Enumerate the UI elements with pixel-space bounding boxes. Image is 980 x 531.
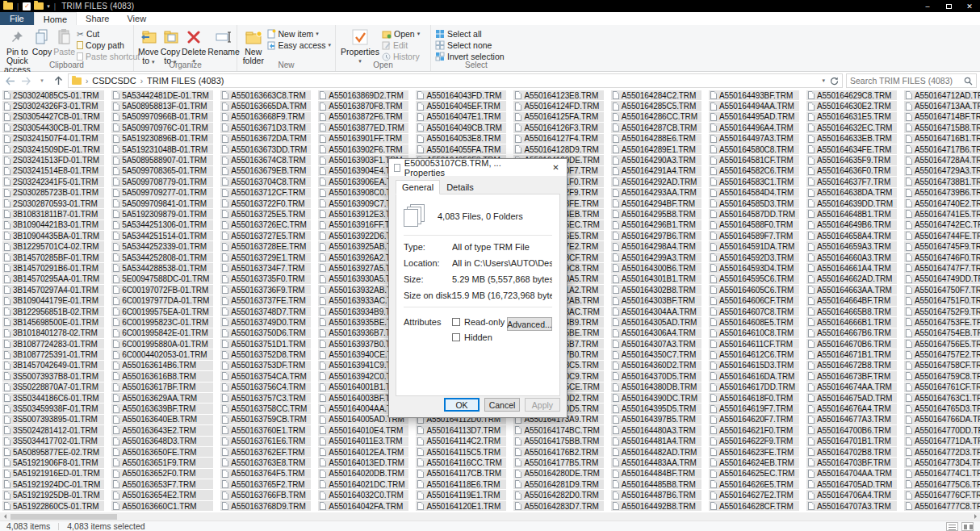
file-item[interactable]: A550164677A3.TRM — [806, 415, 897, 424]
file-item[interactable]: 2S03054430CB-01.TRM — [2, 123, 104, 132]
address-dropdown-chevron-icon[interactable]: ▾ — [822, 77, 825, 84]
file-item[interactable]: A550164752F9.TRM — [904, 307, 980, 316]
file-item[interactable]: A550164776CF.TRM — [904, 490, 980, 500]
file-item[interactable]: A550164670B6.TRM — [806, 339, 897, 349]
file-item[interactable]: A550164483AA.TRM — [611, 458, 701, 467]
file-item[interactable]: A550164624EB.TRM — [709, 458, 799, 467]
file-item[interactable]: A550163654E2.TRM — [111, 490, 213, 500]
file-item[interactable]: A550164053E8.TRM — [416, 134, 506, 144]
file-item[interactable]: A550163751D1.TRM — [220, 339, 311, 349]
file-item[interactable]: A550164615D3.TRM — [709, 361, 799, 370]
file-item[interactable]: A550164610C8.TRM — [709, 328, 799, 338]
dialog-close-icon[interactable]: ✕ — [545, 159, 567, 176]
tab-view[interactable]: View — [118, 12, 155, 25]
file-item[interactable]: A550163643E2.TRM — [111, 425, 213, 435]
select-all-button[interactable]: Select all — [435, 28, 505, 40]
file-item[interactable]: A550164712AD.TRM — [904, 90, 980, 100]
file-item[interactable]: A550164045EF.TRM — [416, 101, 506, 111]
file-item[interactable]: A550163617BF.TRM — [111, 383, 213, 392]
file-item[interactable]: A550164010E4.TRM — [318, 425, 408, 435]
file-item[interactable]: 3B1087724283-01.TRM — [2, 339, 104, 349]
file-item[interactable]: 3B14570297A4-01.TRM — [2, 285, 104, 295]
file-item[interactable]: A550164665B8.TRM — [806, 307, 897, 316]
file-item[interactable]: A550164750F7.TRM — [904, 285, 980, 295]
file-item[interactable]: A550164493BF.TRM — [709, 90, 799, 100]
file-item[interactable]: A550164397B5.TRM — [611, 415, 701, 424]
open-button[interactable]: Open ▾ — [382, 28, 420, 40]
file-item[interactable]: A550164660A3.TRM — [806, 253, 897, 262]
file-item[interactable]: A550163679EB.TRM — [220, 166, 311, 176]
file-item[interactable]: A550164370D5.TRM — [611, 371, 701, 381]
file-item[interactable]: 3S50228870A7-01.TRM — [2, 383, 104, 392]
file-item[interactable]: A550164291A4.TRM — [611, 166, 701, 176]
maximize-button[interactable] — [938, 0, 959, 12]
file-item[interactable]: A550164494AA.TRM — [709, 101, 799, 111]
file-item[interactable]: A550164777C8.TRM — [904, 501, 980, 511]
file-item[interactable]: A550164753FE.TRM — [904, 317, 980, 327]
file-item[interactable]: 3S503459938F-01.TRM — [2, 403, 104, 413]
file-item[interactable]: 3S5007393895-01.TRM — [2, 415, 104, 424]
file-item[interactable]: A550164302B8.TRM — [611, 285, 701, 295]
file-item[interactable]: A550164728A4.TRM — [904, 155, 980, 165]
file-item[interactable]: A550164703BF.TRM — [806, 458, 897, 467]
file-item[interactable]: A550164584D4.TRM — [709, 188, 799, 198]
file-item[interactable]: 5A50895877EE-02.TRM — [2, 447, 104, 457]
file-item[interactable]: A550164484BF.TRM — [611, 469, 701, 479]
file-item[interactable]: A550163672DA.TRM — [220, 134, 311, 144]
file-item[interactable]: 2S03241509DE-01.TRM — [2, 144, 104, 154]
file-item[interactable]: A550164485B8.TRM — [611, 479, 701, 489]
horizontal-scrollbar[interactable] — [0, 512, 980, 521]
file-item[interactable]: A550164739B6.TRM — [904, 188, 980, 198]
file-item[interactable]: A550164175BB.TRM — [513, 437, 603, 446]
file-item[interactable]: A550164116CC.TRM — [416, 458, 506, 467]
file-item[interactable]: A550163901FF.TRM — [318, 134, 408, 144]
file-item[interactable]: A550163758CC.TRM — [220, 403, 311, 413]
file-item[interactable]: A550163753DF.TRM — [220, 361, 311, 370]
file-item[interactable]: A550164127F4.TRM — [513, 134, 603, 144]
file-item[interactable]: 3B1087725391-01.TRM — [2, 349, 104, 359]
file-item[interactable]: 5A509970976C-01.TRM — [111, 123, 213, 132]
up-button[interactable] — [52, 74, 65, 87]
scrollbar-thumb[interactable] — [10, 514, 117, 520]
file-item[interactable]: A550163752D8.TRM — [220, 349, 311, 359]
paste-button[interactable]: Paste — [53, 27, 75, 56]
file-item[interactable]: A550163729E1.TRM — [220, 253, 311, 262]
file-item[interactable]: A550164662AD.TRM — [806, 274, 897, 284]
file-item[interactable]: A550164120E1.TRM — [416, 501, 506, 511]
file-item[interactable]: A550164294BF.TRM — [611, 199, 701, 208]
rename-button[interactable]: Rename — [207, 27, 240, 56]
file-item[interactable]: A550164617DD.TRM — [709, 383, 799, 392]
file-item[interactable]: 3B10904421B3-01.TRM — [2, 220, 104, 230]
file-item[interactable]: A550164756E5.TRM — [904, 339, 980, 349]
file-item[interactable]: A550164616DA.TRM — [709, 371, 799, 381]
file-item[interactable]: A550164765D3.TRM — [904, 403, 980, 413]
file-item[interactable]: A550164751F0.TRM — [904, 295, 980, 305]
file-item[interactable]: 2S0302870593-01.TRM — [2, 199, 104, 208]
file-item[interactable]: A550164661A4.TRM — [806, 263, 897, 273]
file-item[interactable]: A550164758CF.TRM — [904, 361, 980, 370]
file-item[interactable]: A550164288E6.TRM — [611, 134, 701, 144]
file-item[interactable]: A550164123E8.TRM — [513, 90, 603, 100]
file-item[interactable]: A550164115C5.TRM — [416, 447, 506, 457]
file-item[interactable]: A550163640EB.TRM — [111, 415, 213, 424]
breadcrumb[interactable]: › CSDCSDC › TRIM FILES (4083) ▾ — [68, 73, 843, 88]
scroll-right-arrow[interactable] — [970, 512, 980, 521]
file-item[interactable]: A550164716B1.TRM — [904, 134, 980, 144]
file-item[interactable]: A550164307A3.TRM — [611, 339, 701, 349]
file-item[interactable]: A550164605C6.TRM — [709, 285, 799, 295]
file-item[interactable]: A550163734F7.TRM — [220, 263, 311, 273]
file-item[interactable]: A550164625EC.TRM — [709, 469, 799, 479]
properties-button[interactable]: Properties ▾ — [340, 27, 380, 65]
file-item[interactable]: A550164281D9.TRM — [513, 479, 603, 489]
file-item[interactable]: A550164297B6.TRM — [611, 231, 701, 240]
file-item[interactable]: 3B14570291B6-01.TRM — [2, 263, 104, 273]
file-item[interactable]: A550164772D3.TRM — [904, 447, 980, 457]
file-item[interactable]: A550164611CF.TRM — [709, 339, 799, 349]
file-item[interactable]: A550164042FA.TRM — [318, 501, 408, 511]
file-item[interactable]: A550163766FB.TRM — [220, 490, 311, 500]
file-item[interactable]: A550163735F0.TRM — [220, 274, 311, 284]
file-item[interactable]: A550163757C3.TRM — [220, 393, 311, 403]
close-button[interactable]: ✕ — [959, 0, 980, 12]
file-item[interactable]: A550164715B8.TRM — [904, 123, 980, 132]
file-item[interactable]: A550163671D3.TRM — [220, 123, 311, 132]
